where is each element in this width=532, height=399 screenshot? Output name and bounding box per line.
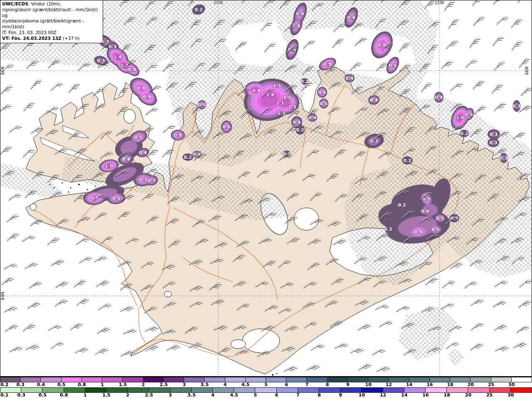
precip-value-label: 0.4: [139, 150, 147, 155]
colorbar-snow-tick-label: 16: [422, 393, 429, 398]
colorbar-rain-sleet-tick-label: 6: [285, 382, 288, 387]
parallel-label: 64N: [0, 292, 5, 300]
precip-value-label: 0.9: [143, 94, 151, 100]
colorbar-rain-sleet-tick-label: 4.5: [241, 382, 250, 387]
colorbar-snow-tick-label: 1: [84, 393, 87, 398]
colorbar-rain-sleet-tick-label: 7: [305, 382, 309, 387]
precip-value-label: 0.5: [112, 196, 121, 201]
colorbar-rain-sleet-tick-label: 8: [326, 382, 329, 387]
precip-colorbars: 0.20.30.40.50.811.522.533.544.5567891012…: [0, 377, 532, 399]
precip-value-label: 0.4: [369, 98, 378, 103]
colorbar-snow-tick-label: 5: [254, 393, 257, 398]
precip-value-label: 0.4: [435, 95, 443, 100]
colorbar-snow-cell: [319, 387, 340, 393]
legend-line-sleet: slydda/snjókoma (grátt/bleikt/grænt - mm…: [2, 18, 101, 30]
colorbar-rain-sleet-tick-label: 25: [488, 382, 494, 387]
colorbar-rain-sleet-labels: 0.20.30.40.50.811.522.533.544.5567891012…: [0, 382, 532, 387]
colorbar-rain-sleet-tick-label: 0.4: [37, 382, 45, 387]
precip-value-label: 0.2: [403, 158, 411, 163]
precip-value-label: 0.8: [252, 88, 261, 94]
precip-value-label: 1.1: [276, 101, 284, 106]
precip-value-label: 0.5: [134, 135, 143, 140]
colorbar-rain-sleet-cell: [266, 377, 286, 382]
precip-value-label: 0.3: [512, 103, 521, 109]
precip-value-label: 0.4: [293, 120, 301, 125]
colorbar-snow-tick-label: 3.5: [187, 393, 196, 398]
precip-value-label: 1.5: [273, 83, 281, 89]
colorbar-snow-tick-label: 4.5: [230, 393, 238, 398]
precip-value-label: 0.4: [308, 115, 317, 121]
precip-value-label: 0.5: [431, 227, 440, 232]
colorbar-snow-tick-label: 20: [465, 393, 471, 398]
colorbar-rain-sleet-tick-label: 12: [386, 382, 392, 387]
precip-value-label: 1.3: [277, 111, 286, 116]
precip-value-label: 0.2: [398, 202, 406, 208]
weather-map-page: 0.30.30.31.41.30.80.80.90.20.40.40.40.40…: [0, 0, 532, 399]
precip-value-label: 0.5: [389, 63, 397, 68]
forecast-map: 0.30.30.31.41.30.80.80.90.20.40.40.40.40…: [0, 0, 532, 377]
precip-value-label: 1.3: [288, 104, 296, 110]
meridian-label: 15W: [435, 0, 444, 5]
legend-line-rain: rigning/skúrir (grænt/blátt/rautt - mm/1…: [2, 7, 101, 19]
colorbar-rain-sleet-tick-label: 2.5: [160, 382, 168, 387]
glacier-drangajokull: [124, 109, 135, 123]
precip-value-label: 1.0: [105, 163, 113, 169]
colorbar-rain-sleet-tick-label: 1.5: [119, 382, 127, 387]
precip-value-label: 0.3: [370, 138, 378, 144]
colorbar-snow-tick-label: 1.5: [102, 393, 111, 398]
precip-value-label: 0.4: [296, 11, 304, 17]
precip-value-label: 0.4: [122, 157, 130, 162]
precip-value-label: 0.8: [137, 86, 145, 91]
precip-value-label: 0.3: [97, 58, 105, 64]
colorbar-rain-sleet-tick-label: 18: [447, 382, 453, 387]
precip-value-label: 0.6: [318, 90, 326, 95]
colorbar-snow-tick-label: 30: [507, 393, 514, 398]
precip-value-label: 0.4: [345, 76, 354, 81]
colorbar-snow-tick-label: 2.5: [145, 393, 153, 398]
colorbar-snow-labels: 0.10.30.50.811.522.533.544.5567891012141…: [0, 393, 532, 398]
colorbar-snow-tick-label: 25: [486, 393, 493, 398]
colorbar-snow-tick-label: 18: [444, 393, 450, 398]
glacier-hofsjokull: [294, 208, 319, 230]
precip-value-label: 1.3: [120, 63, 128, 68]
precip-value-label: 0.4: [421, 209, 429, 214]
precip-value-label: 0.2: [184, 155, 192, 160]
precip-value-label: 0.7: [148, 178, 156, 183]
precip-value-label: 0.5: [436, 216, 444, 221]
iceland-wind-precip-map: 0.30.30.31.41.30.80.80.90.20.40.40.40.40…: [0, 0, 532, 377]
precip-value-label: 0.4: [347, 15, 355, 20]
colorbar-rain-sleet-tick-label: 10: [365, 382, 371, 387]
precip-value-label: 1.5: [283, 95, 291, 101]
colorbar-snow-tick-label: 12: [380, 393, 386, 398]
colorbar-rain-sleet-tick-label: 0.8: [78, 382, 86, 387]
precip-value-label: 0.3: [500, 155, 508, 161]
colorbar-rain-sleet-cell: [286, 377, 307, 382]
colorbar-rain-sleet-tick-label: 1: [101, 382, 104, 387]
colorbar-snow-tick-label: 10: [359, 393, 365, 398]
precip-value-label: 1.4: [266, 92, 274, 98]
precip-value-label: 0.6: [222, 124, 231, 130]
colorbar-rain-sleet-tick-label: 0.2: [0, 382, 9, 387]
colorbar-snow-tick-label: 7: [296, 393, 300, 398]
colorbar-rain-sleet-tick-label: 5: [264, 382, 268, 387]
colorbar-rain-sleet-cell: [327, 377, 348, 382]
precip-value-label: 0.3: [450, 216, 458, 221]
colorbar-snow-tick-label: 3: [169, 393, 172, 398]
precip-value-label: 0.8: [174, 133, 182, 138]
precip-value-label: 1.0: [456, 115, 464, 121]
legend-line-title: UWC/ECDS: Vindur (10m),: [2, 1, 101, 7]
precip-value-label: 0.2: [195, 7, 203, 12]
colorbar-snow: [0, 387, 532, 393]
colorbar-snow-cell: [255, 387, 276, 393]
colorbar-rain-sleet-tick-label: 0.3: [16, 382, 25, 387]
colorbar-snow-tick-label: 14: [401, 393, 407, 398]
lake-thingvallavatn: [164, 291, 172, 297]
glacier-eyjafjallajokull: [231, 340, 246, 349]
precip-value-label: 0.5: [320, 101, 328, 106]
precip-value-label: 0.2: [384, 227, 392, 232]
legend-line-init-time: IT: Fim. 23. 03. 2023 00Z: [2, 30, 101, 36]
meridian-label: 20W: [214, 0, 223, 5]
precip-value-label: 0.8: [128, 67, 136, 72]
colorbar-snow-cell: [276, 387, 298, 393]
colorbar-rain-sleet-tick-label: 30: [508, 382, 515, 387]
